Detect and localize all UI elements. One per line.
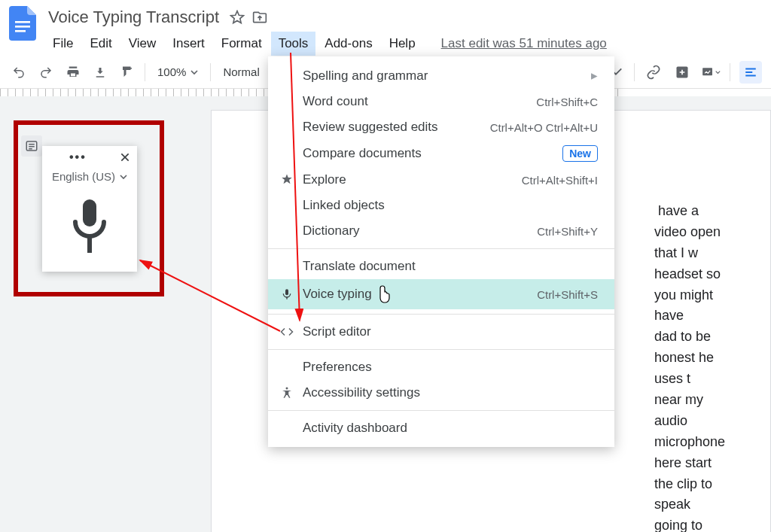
svg-rect-8 — [285, 289, 288, 295]
zoom-select[interactable]: 100% — [153, 65, 203, 78]
svg-rect-4 — [702, 68, 712, 75]
tools-dropdown: Spelling and grammar ▸ Word count Ctrl+S… — [268, 56, 614, 447]
svg-rect-1 — [15, 26, 30, 28]
menu-item-voice-typing[interactable]: Voice typing Ctrl+Shift+S — [268, 279, 614, 309]
insert-image-icon[interactable] — [701, 62, 721, 82]
separator — [634, 63, 635, 81]
menu-separator — [268, 410, 614, 411]
separator — [210, 63, 211, 81]
menu-separator — [268, 248, 614, 249]
document-title[interactable]: Voice Typing Transcript — [45, 6, 222, 29]
menu-item-label: Preferences — [303, 360, 372, 375]
document-text[interactable]: have a video open that I w headset so yo… — [654, 201, 734, 532]
menu-item-label: Activity dashboard — [303, 421, 407, 436]
menu-item-label: Script editor — [303, 324, 371, 339]
separator — [730, 63, 730, 81]
menu-item-label: Compare documents — [303, 146, 422, 161]
app-header: Voice Typing Transcript File Edit View I… — [0, 0, 771, 56]
menu-item-wordcount[interactable]: Word count Ctrl+Shift+C — [268, 89, 614, 114]
move-icon[interactable] — [252, 10, 267, 25]
menu-edit[interactable]: Edit — [82, 32, 119, 56]
chevron-down-icon — [190, 68, 198, 76]
insert-link-icon[interactable] — [644, 62, 663, 82]
svg-rect-6 — [83, 199, 96, 226]
voice-typing-panel[interactable]: ••• English (US) — [42, 146, 137, 272]
menu-tools[interactable]: Tools — [271, 32, 316, 56]
menu-item-label: Voice typing — [303, 287, 372, 302]
menu-insert[interactable]: Insert — [165, 32, 212, 56]
menu-item-translate[interactable]: Translate document — [268, 254, 614, 279]
microphone-button[interactable] — [42, 189, 137, 272]
menu-item-script-editor[interactable]: Script editor — [268, 319, 614, 345]
menu-item-label: Dictionary — [303, 223, 360, 239]
menu-item-activity[interactable]: Activity dashboard — [268, 415, 614, 441]
docs-app-icon[interactable] — [9, 6, 36, 41]
menu-item-spelling[interactable]: Spelling and grammar ▸ — [268, 62, 614, 89]
voice-language-label: English (US) — [52, 170, 115, 183]
svg-point-10 — [286, 388, 288, 390]
menu-addons[interactable]: Add-ons — [317, 32, 379, 56]
menu-item-explore[interactable]: Explore Ctrl+Alt+Shift+I — [268, 167, 614, 193]
menu-file[interactable]: File — [45, 32, 81, 56]
new-badge: New — [562, 145, 598, 162]
undo-icon[interactable] — [9, 62, 29, 82]
menu-separator — [268, 314, 614, 315]
menu-item-label: Explore — [303, 172, 346, 187]
menu-item-label: Accessibility settings — [303, 385, 420, 400]
menu-format[interactable]: Format — [214, 32, 270, 56]
shortcut-label: Ctrl+Shift+C — [536, 96, 598, 108]
title-area: Voice Typing Transcript File Edit View I… — [45, 6, 614, 56]
print-icon[interactable] — [63, 62, 83, 82]
menu-separator — [268, 349, 614, 350]
chevron-down-icon — [120, 173, 127, 181]
menu-item-dictionary[interactable]: Dictionary Ctrl+Shift+Y — [268, 218, 614, 244]
svg-rect-7 — [87, 236, 92, 253]
menu-help[interactable]: Help — [382, 32, 423, 56]
explore-icon — [279, 172, 295, 188]
add-comment-icon[interactable] — [672, 62, 692, 82]
accessibility-icon — [279, 385, 295, 401]
align-left-icon[interactable] — [739, 61, 762, 84]
menu-item-label: Spelling and grammar — [303, 68, 428, 84]
mic-icon — [279, 286, 295, 302]
more-options-icon[interactable]: ••• — [69, 150, 87, 164]
close-icon[interactable] — [119, 151, 131, 163]
style-value: Normal — [223, 65, 259, 78]
paragraph-style-select[interactable]: Normal — [218, 65, 264, 78]
spellcheck-icon[interactable] — [90, 62, 110, 82]
shortcut-label: Ctrl+Shift+Y — [537, 225, 598, 238]
code-icon — [279, 324, 295, 340]
menubar: File Edit View Insert Format Tools Add-o… — [45, 32, 614, 56]
redo-icon[interactable] — [36, 62, 56, 82]
pointer-cursor-icon — [376, 284, 393, 304]
zoom-value: 100% — [157, 65, 186, 78]
paint-format-icon[interactable] — [117, 62, 137, 82]
menu-item-accessibility[interactable]: Accessibility settings — [268, 380, 614, 406]
svg-rect-0 — [15, 21, 30, 23]
svg-rect-2 — [15, 30, 26, 32]
submenu-arrow-icon: ▸ — [591, 68, 598, 84]
shortcut-label: Ctrl+Shift+S — [537, 288, 598, 301]
menu-item-label: Linked objects — [303, 198, 385, 213]
last-edit-link[interactable]: Last edit was 51 minutes ago — [434, 32, 614, 56]
menu-item-linked[interactable]: Linked objects — [268, 193, 614, 218]
shortcut-label: Ctrl+Alt+Shift+I — [522, 174, 598, 187]
voice-language-select[interactable]: English (US) — [42, 169, 137, 189]
menu-view[interactable]: View — [121, 32, 164, 56]
menu-item-compare[interactable]: Compare documents New — [268, 140, 614, 167]
menu-item-label: Translate document — [303, 259, 416, 274]
menu-item-preferences[interactable]: Preferences — [268, 354, 614, 380]
menu-item-label: Word count — [303, 94, 368, 109]
menu-item-label: Review suggested edits — [303, 120, 438, 135]
shortcut-label: Ctrl+Alt+O Ctrl+Alt+U — [490, 121, 598, 134]
svg-rect-9 — [286, 297, 287, 299]
star-icon[interactable] — [230, 10, 245, 25]
menu-item-review[interactable]: Review suggested edits Ctrl+Alt+O Ctrl+A… — [268, 114, 614, 140]
separator — [145, 63, 145, 81]
